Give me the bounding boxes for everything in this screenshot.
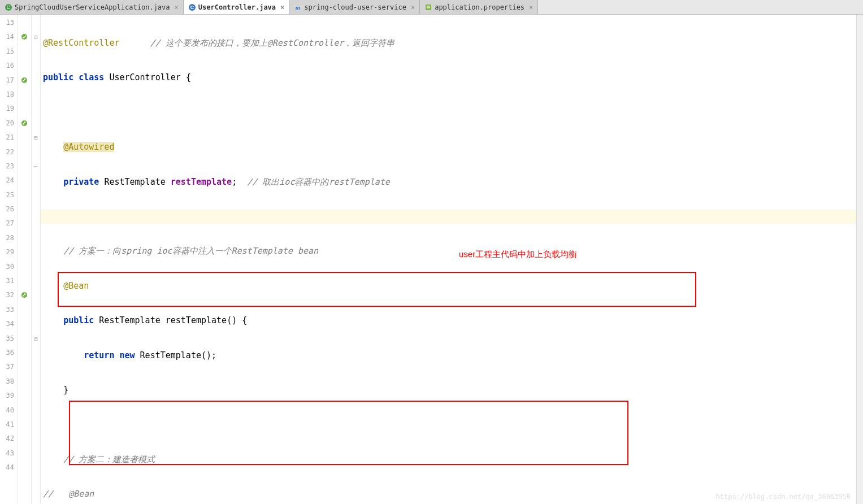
editor-scrollbar[interactable] <box>856 15 863 504</box>
bean-nav-icon <box>18 292 28 301</box>
line-number: 13 <box>0 16 18 30</box>
svg-text:m: m <box>296 4 301 11</box>
line-number: 14 <box>0 30 18 44</box>
fold-end-icon[interactable]: ⌐ <box>32 159 40 173</box>
marks-gutter <box>18 15 32 504</box>
line-number: 42 <box>0 432 18 446</box>
tab-properties[interactable]: application.properties × <box>420 0 538 14</box>
svg-text:C: C <box>190 5 194 10</box>
line-number: 34 <box>0 317 18 331</box>
line-number: 30 <box>0 260 18 274</box>
line-number: 31 <box>0 274 18 288</box>
line-number: 35 <box>0 332 18 346</box>
line-number: 16 <box>0 59 18 73</box>
editor-area: 13 14 15 16 17 18 19 20 21 22 23 24 25 2… <box>0 15 863 504</box>
line-number: 23 <box>0 159 18 173</box>
line-number: 26 <box>0 202 18 216</box>
bean-nav-icon <box>18 120 28 129</box>
line-number: 19 <box>0 102 18 116</box>
props-icon <box>424 3 432 11</box>
line-number: 39 <box>0 389 18 403</box>
fold-minus-icon[interactable]: ⊟ <box>32 131 40 145</box>
close-icon[interactable]: × <box>175 3 179 11</box>
fold-minus-icon[interactable]: ⊟ <box>32 332 40 346</box>
annotation-text: user工程主代码中加上负载均衡 <box>459 249 577 260</box>
tab-label: UserController.java <box>198 3 276 11</box>
close-icon[interactable]: × <box>529 3 533 11</box>
line-number: 25 <box>0 188 18 202</box>
line-number: 43 <box>0 446 18 460</box>
tab-label: SpringCloudUserServiceApplication.java <box>15 3 170 11</box>
svg-rect-7 <box>427 7 430 8</box>
line-number: 28 <box>0 231 18 245</box>
class-icon: C <box>188 3 196 11</box>
class-icon: C <box>5 3 12 11</box>
line-number: 29 <box>0 245 18 259</box>
line-number: 32 <box>0 288 18 302</box>
maven-icon: m <box>294 3 302 11</box>
tab-usercontroller[interactable]: C UserController.java × <box>184 0 290 14</box>
watermark: https://blog.csdn.net/qq_36963950 <box>716 493 851 501</box>
line-number-gutter: 13 14 15 16 17 18 19 20 21 22 23 24 25 2… <box>0 15 18 504</box>
line-number: 38 <box>0 375 18 389</box>
bean-nav-icon <box>18 77 28 86</box>
svg-rect-6 <box>427 6 430 7</box>
line-number: 17 <box>0 73 18 88</box>
tab-label: application.properties <box>435 3 524 11</box>
tab-maven[interactable]: m spring-cloud-user-service × <box>289 0 420 14</box>
line-number: 37 <box>0 360 18 374</box>
tab-springcloud[interactable]: C SpringCloudUserServiceApplication.java… <box>0 0 184 14</box>
line-number: 36 <box>0 346 18 360</box>
line-number: 41 <box>0 418 18 432</box>
close-icon[interactable]: × <box>280 3 284 11</box>
line-number: 44 <box>0 460 18 475</box>
tab-label: spring-cloud-user-service <box>304 3 406 11</box>
line-number: 24 <box>0 173 18 188</box>
line-number: 20 <box>0 116 18 131</box>
fold-minus-icon[interactable]: ⊟ <box>32 30 40 44</box>
line-number: 22 <box>0 145 18 159</box>
line-number: 15 <box>0 45 18 59</box>
svg-text:C: C <box>7 5 11 10</box>
bean-icon <box>18 33 28 42</box>
line-number: 21 <box>0 131 18 145</box>
code-editor[interactable]: @RestController // 这个要发布的接口，要加上@RestCont… <box>41 15 856 504</box>
line-number: 27 <box>0 216 18 231</box>
close-icon[interactable]: × <box>411 3 415 11</box>
line-number: 33 <box>0 303 18 317</box>
line-number: 18 <box>0 88 18 102</box>
fold-gutter: ⊟ ⊟ ⌐ ⊟ <box>32 15 41 504</box>
editor-tabs: C SpringCloudUserServiceApplication.java… <box>0 0 863 15</box>
line-number: 40 <box>0 403 18 418</box>
